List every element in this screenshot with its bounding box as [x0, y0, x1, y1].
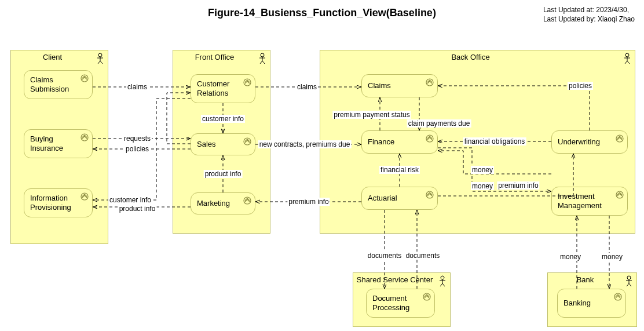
chevron-up-icon [243, 137, 251, 146]
fn-marketing-label: Marketing [197, 199, 230, 208]
actor-icon [623, 53, 631, 64]
meta-updated-at-label: Last Updated at: [543, 6, 594, 14]
chevron-up-icon [614, 293, 622, 301]
meta-updated-by-label: Last Updated by: [543, 15, 596, 23]
svg-point-32 [627, 276, 631, 279]
fn-claims-label: Claims [368, 81, 391, 90]
fn-underwriting: Underwriting [551, 130, 628, 154]
edge-label-money: money [559, 253, 582, 261]
svg-point-16 [625, 53, 629, 57]
actor-back-office-title: Back Office [320, 53, 621, 61]
svg-line-36 [629, 283, 631, 286]
svg-line-19 [625, 61, 627, 64]
fn-underwriting-label: Underwriting [558, 137, 600, 147]
fn-document-processing: DocumentProcessing [366, 289, 435, 318]
fn-information-provisioning-label: InformationProvisioning [30, 194, 71, 212]
fn-banking: Banking [557, 289, 626, 318]
fn-investment-management-label: InvestmentManagement [558, 192, 602, 210]
fn-finance-label: Finance [368, 137, 394, 147]
actor-client-title: Client [11, 53, 94, 61]
svg-line-20 [627, 61, 630, 64]
fn-buying-insurance: BuyingInsurance [24, 129, 93, 158]
svg-line-35 [627, 283, 629, 286]
chevron-up-icon [423, 293, 431, 301]
edge-label-claims: claims [126, 83, 148, 91]
fn-document-processing-label: DocumentProcessing [372, 294, 409, 312]
edge-label-documents: documents [367, 252, 403, 260]
fn-investment-management: InvestmentManagement [551, 187, 628, 216]
svg-line-30 [442, 283, 445, 286]
chevron-up-icon [80, 192, 89, 201]
svg-line-3 [98, 61, 100, 64]
fn-marketing: Marketing [191, 192, 255, 214]
fn-information-provisioning: InformationProvisioning [24, 188, 93, 217]
actor-icon [258, 53, 266, 64]
svg-line-12 [262, 61, 265, 64]
fn-sales: Sales [191, 133, 255, 155]
meta-updated-by: Xiaoqi Zhao [598, 15, 635, 23]
actor-icon [438, 275, 447, 287]
fn-sales-label: Sales [197, 140, 216, 149]
edge-label-customer-info: customer info [108, 196, 152, 204]
fn-buying-insurance-label: BuyingInsurance [30, 134, 63, 152]
fn-actuarial-label: Actuarial [368, 194, 397, 203]
svg-point-8 [261, 53, 264, 57]
edge-label-claims: claims [296, 83, 318, 91]
chevron-up-icon [426, 191, 434, 199]
chevron-up-icon [80, 74, 89, 82]
fn-claims: Claims [361, 74, 438, 97]
edge-label-product-info: product info [118, 205, 157, 213]
svg-line-4 [100, 61, 103, 64]
actor-icon [96, 53, 104, 64]
actor-front-office-title: Front Office [173, 53, 256, 61]
fn-finance: Finance [361, 130, 438, 154]
edge-label-documents: documents [405, 252, 441, 260]
svg-line-29 [440, 283, 442, 286]
chevron-up-icon [616, 191, 624, 199]
actor-icon [625, 275, 633, 287]
fn-claims-submission-label: ClaimsSubmission [30, 75, 69, 93]
chevron-up-icon [426, 78, 434, 86]
meta-updated-at: 2023/4/30, [596, 6, 629, 14]
fn-actuarial: Actuarial [361, 187, 438, 210]
chevron-up-icon [80, 133, 89, 141]
chevron-up-icon [243, 78, 251, 86]
edge-label-requests: requests [123, 134, 152, 143]
fn-claims-submission: ClaimsSubmission [24, 70, 93, 99]
actor-shared-service-center-title: Shared Service Center [353, 275, 436, 284]
chevron-up-icon [243, 197, 251, 205]
svg-point-0 [98, 53, 102, 57]
chevron-up-icon [616, 134, 624, 143]
svg-point-26 [441, 276, 444, 279]
chevron-up-icon [426, 134, 434, 143]
fn-banking-label: Banking [564, 299, 591, 308]
diagram-meta: Last Updated at: 2023/4/30, Last Updated… [543, 6, 635, 24]
edge-label-policies: policies [125, 145, 150, 153]
fn-customer-relations-label: CustomerRelations [197, 79, 229, 97]
actor-bank-title: Bank [548, 275, 623, 284]
edge-label-money: money [601, 253, 624, 261]
svg-line-11 [260, 61, 262, 64]
diagram-canvas: Figure-14_Busienss_Function_View(Baselin… [0, 0, 644, 331]
fn-customer-relations: CustomerRelations [191, 74, 255, 103]
